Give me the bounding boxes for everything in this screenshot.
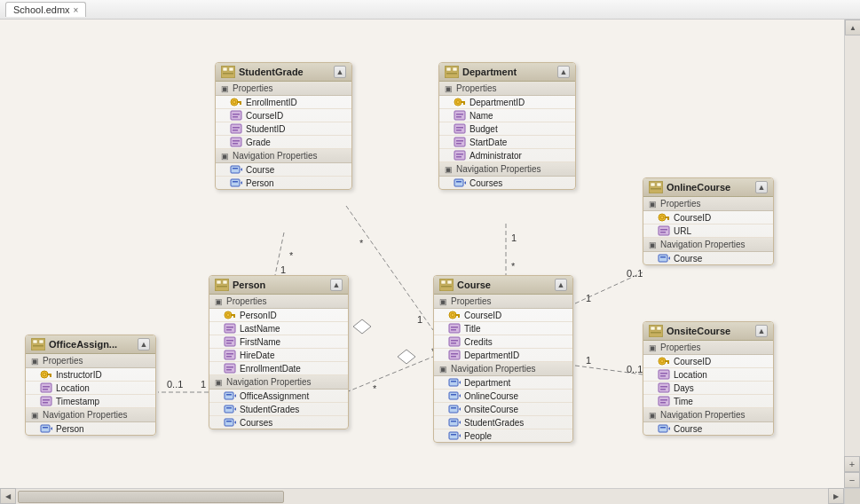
svg-marker-120 (459, 394, 461, 398)
svg-rect-60 (454, 138, 465, 146)
props-section-dept: ▣ Properties (439, 82, 575, 96)
entity-officeassign-header[interactable]: OfficeAssign... ▲ (26, 335, 155, 354)
svg-rect-30 (240, 103, 241, 105)
nav-icon-person2 (224, 404, 236, 414)
svg-line-12 (346, 357, 433, 392)
collapse-person[interactable]: ▲ (330, 279, 343, 291)
collapse-oa[interactable]: ▲ (138, 338, 150, 350)
svg-marker-97 (234, 421, 236, 424)
props-toggle-sg[interactable]: ▣ (221, 84, 229, 93)
entity-officeassign: OfficeAssign... ▲ ▣ Properties Instructo… (25, 335, 156, 436)
scrollbar-horizontal[interactable]: ◀ ▶ (0, 488, 844, 504)
svg-rect-133 (33, 345, 43, 347)
svg-rect-29 (237, 101, 241, 103)
svg-rect-85 (226, 356, 232, 358)
collapse-course[interactable]: ▲ (555, 279, 567, 291)
svg-marker-21 (398, 350, 415, 364)
entity-department-header[interactable]: Department ▲ (439, 63, 575, 82)
entity-course: Course ▲ ▣ Properties CourseID Title Cre… (433, 275, 573, 443)
navprops-toggle-dept[interactable]: ▣ (445, 165, 453, 174)
entity-course-header[interactable]: Course ▲ (434, 276, 572, 295)
navprops-toggle-osc[interactable]: ▣ (649, 411, 657, 420)
entity-studentgrade-header[interactable]: StudentGrade ▲ (216, 63, 351, 82)
navprops-toggle-person[interactable]: ▣ (215, 378, 223, 387)
tab-close-icon[interactable]: × (74, 5, 79, 15)
scroll-arrow-up[interactable]: ▲ (845, 20, 860, 35)
svg-marker-117 (459, 381, 461, 384)
svg-rect-121 (449, 406, 458, 413)
collapse-osc[interactable]: ▲ (755, 325, 768, 337)
props-toggle-osc[interactable]: ▣ (649, 343, 657, 352)
props-toggle-oa[interactable]: ▣ (31, 357, 39, 366)
svg-rect-119 (451, 394, 456, 396)
svg-rect-168 (667, 362, 669, 364)
svg-rect-122 (451, 407, 456, 409)
svg-rect-71 (223, 280, 227, 284)
svg-rect-63 (454, 151, 465, 160)
entity-osc-icon (649, 325, 663, 337)
scroll-arrow-right[interactable]: ▶ (828, 488, 844, 504)
navprops-toggle-oc[interactable]: ▣ (649, 240, 657, 249)
nav-icon-oa (40, 423, 52, 434)
svg-rect-44 (233, 181, 238, 183)
svg-rect-78 (226, 327, 233, 328)
props-toggle-oc[interactable]: ▣ (649, 200, 657, 209)
collapse-dept[interactable]: ▲ (557, 66, 570, 78)
entity-person-header[interactable]: Person ▲ (209, 276, 348, 295)
zoom-out-button[interactable]: − (844, 472, 860, 488)
entity-person-title: Person (215, 279, 265, 291)
svg-rect-83 (225, 350, 235, 359)
svg-rect-81 (226, 340, 233, 342)
entity-oa-icon (31, 338, 45, 350)
svg-line-18 (575, 366, 643, 374)
svg-rect-99 (441, 280, 446, 284)
nav-icon-osc (658, 423, 670, 434)
props-toggle-course[interactable]: ▣ (439, 297, 447, 306)
svg-text:1: 1 (511, 232, 517, 243)
field-icon-oa2 (40, 396, 52, 406)
svg-rect-112 (449, 350, 460, 359)
props-toggle-dept[interactable]: ▣ (445, 84, 453, 93)
prop-dept-startdate: StartDate (439, 136, 575, 149)
svg-rect-175 (659, 397, 669, 406)
navprops-section-oc: ▣ Navigation Properties (643, 238, 773, 252)
svg-text:1: 1 (586, 355, 591, 366)
svg-rect-116 (451, 381, 456, 382)
svg-text:1: 1 (417, 314, 422, 325)
prop-person-id: PersonID (209, 309, 348, 322)
field-icon-person1 (224, 323, 236, 334)
svg-rect-155 (659, 226, 669, 235)
navprops-toggle-sg[interactable]: ▣ (221, 152, 229, 161)
entity-icon (221, 66, 235, 78)
svg-rect-87 (226, 366, 233, 368)
props-toggle-person[interactable]: ▣ (215, 297, 223, 306)
zoom-in-button[interactable]: + (844, 456, 860, 472)
entity-onsitecourse: OnsiteCourse ▲ ▣ Properties CourseID Loc… (643, 321, 774, 436)
svg-rect-162 (651, 327, 655, 330)
entity-onsitecourse-header[interactable]: OnsiteCourse ▲ (643, 322, 773, 341)
navprops-toggle-course[interactable]: ▣ (439, 365, 447, 374)
scroll-thumb-h[interactable] (18, 491, 284, 503)
entity-onlinecourse-header[interactable]: OnlineCourse ▲ (643, 178, 773, 197)
svg-rect-75 (231, 314, 235, 316)
file-tab[interactable]: School.edmx × (5, 2, 86, 17)
collapse-oc[interactable]: ▲ (755, 181, 768, 193)
navprops-label-sg: Navigation Properties (233, 151, 318, 161)
svg-rect-171 (660, 375, 666, 377)
field-icon-oc1 (658, 225, 670, 236)
nav-icon-person3 (224, 417, 236, 428)
svg-text:0..1: 0..1 (627, 364, 643, 374)
prop-oa-location: Location (26, 382, 155, 395)
svg-rect-86 (225, 364, 235, 373)
svg-rect-131 (33, 340, 37, 343)
svg-rect-64 (456, 154, 463, 155)
collapse-studentgrade[interactable]: ▲ (334, 66, 346, 78)
scroll-arrow-left[interactable]: ◀ (0, 488, 16, 504)
navprops-toggle-oa[interactable]: ▣ (31, 411, 39, 420)
key-icon-course (448, 310, 461, 320)
svg-rect-108 (451, 329, 456, 331)
svg-text:1: 1 (280, 264, 286, 275)
svg-text:*: * (289, 250, 294, 261)
key-icon-osc (658, 356, 670, 366)
scrollbar-vertical[interactable]: ▲ ▼ (844, 20, 860, 488)
